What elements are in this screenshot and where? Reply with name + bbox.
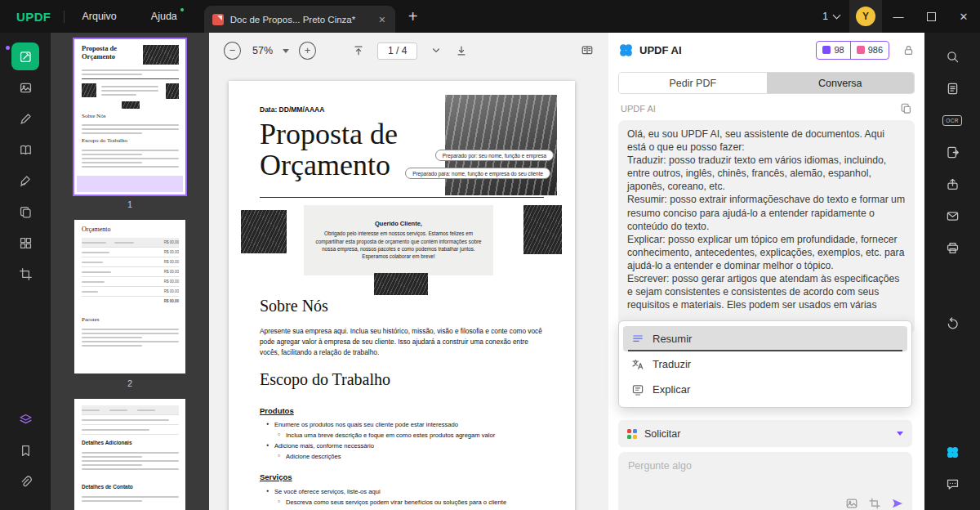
ai-prompt-input[interactable]	[626, 459, 907, 486]
reader-mode-icon[interactable]	[581, 44, 594, 57]
window-selector-dropdown[interactable]: 1	[813, 11, 849, 22]
credit-segment-1: 98	[817, 42, 849, 59]
page-number-1: 1	[127, 195, 132, 220]
ocr-button[interactable]: OCR	[938, 106, 966, 134]
account-avatar[interactable]: Y	[849, 0, 882, 33]
titlebar-right: 1 Y — ✕	[813, 0, 980, 33]
credit-page-icon	[822, 46, 831, 54]
close-tab-icon[interactable]: ×	[377, 14, 387, 25]
summarize-icon	[631, 333, 644, 346]
products-heading: Produtos	[260, 406, 294, 415]
attachment-tool-button[interactable]	[11, 468, 39, 495]
doc-date: Data: DD/MM/AAAA	[260, 105, 324, 114]
close-window-button[interactable]: ✕	[947, 0, 980, 33]
history-button[interactable]	[938, 310, 966, 338]
copy-icon[interactable]	[900, 102, 912, 114]
menu-ajuda[interactable]: Ajuda	[134, 0, 194, 33]
menu-item-label: Explicar	[653, 383, 690, 396]
crop-icon	[19, 267, 33, 281]
organize-pages-button[interactable]	[11, 229, 39, 257]
ocr-icon: OCR	[942, 115, 961, 126]
greeting: Querido Cliente,	[375, 220, 422, 227]
thumbnail-page-1[interactable]: Proposta de Orçamento Sobre Nós Escopo d…	[74, 39, 185, 195]
scroll-to-bottom-icon[interactable]	[455, 44, 468, 57]
thumbnail-page-2[interactable]: Orçamento R$ 00,00 R$ 00,00 R$ 00,00 R$ …	[74, 220, 185, 374]
reader-tool-button[interactable]	[11, 136, 39, 163]
ai-action-menu: Resumir Traduzir Explicar	[618, 320, 912, 408]
maximize-icon	[927, 12, 936, 21]
pages-tool-button[interactable]	[11, 198, 39, 226]
solicitar-label: Solicitar	[644, 428, 680, 440]
paperclip-icon	[19, 475, 33, 489]
tab-pedir-pdf[interactable]: Pedir PDF	[619, 73, 767, 93]
annotate-tool-button[interactable]	[11, 42, 39, 70]
tab-conversa[interactable]: Conversa	[767, 73, 915, 93]
pdf-page[interactable]: Data: DD/MM/AAAA Proposta de Orçamento P…	[229, 81, 575, 510]
solicitar-bar[interactable]: Solicitar	[618, 420, 912, 447]
sender-label: UPDF AI	[621, 104, 656, 114]
bullet-item: Adicione mais, conforme necessário	[266, 441, 552, 451]
page-indicator[interactable]: 1 / 4	[377, 42, 417, 60]
document-viewer: − 57% + 1 / 4 Data: DD/MM/AAAA Proposta …	[209, 33, 608, 510]
mail-button[interactable]	[938, 202, 966, 230]
updf-ai-button[interactable]	[938, 438, 966, 466]
edit-text-tool-button[interactable]	[11, 105, 39, 132]
send-icon[interactable]	[891, 497, 904, 510]
updf-ai-logo-icon	[618, 42, 634, 58]
bullet-item: Enumere os produtos nos quais seu client…	[266, 420, 552, 430]
share-button[interactable]	[938, 170, 966, 198]
solicitar-dropdown-icon[interactable]	[897, 432, 903, 436]
next-page-icon[interactable]	[430, 44, 443, 57]
viewer-toolbar: − 57% + 1 / 4	[209, 33, 608, 69]
menu-item-traduzir[interactable]: Traduzir	[623, 351, 907, 377]
credits-badge[interactable]: 98 986	[816, 41, 889, 60]
crop-tool-button[interactable]	[11, 260, 39, 288]
apps-grid-icon	[627, 429, 637, 439]
menu-ajuda-label: Ajuda	[151, 11, 177, 22]
bookmark-tool-button[interactable]	[11, 436, 39, 464]
document-scan-icon	[946, 82, 960, 96]
menu-arquivo[interactable]: Arquivo	[65, 0, 133, 33]
photo-bottom	[374, 273, 428, 295]
attach-image-icon[interactable]	[845, 497, 858, 510]
sign-tool-button[interactable]	[11, 167, 39, 195]
zoom-dropdown-icon[interactable]	[283, 49, 289, 53]
selection-highlight	[77, 176, 183, 192]
services-heading: Serviços	[260, 472, 292, 481]
lock-icon[interactable]	[902, 44, 915, 56]
document-tab[interactable]: Doc de Propos... Preto Cinza* ×	[204, 6, 395, 33]
screenshot-icon[interactable]	[868, 497, 881, 510]
menu-item-explicar[interactable]: Explicar	[623, 377, 907, 402]
menu-item-label: Resumir	[653, 333, 692, 345]
scroll-to-top-icon[interactable]	[352, 44, 365, 57]
bullet-item: Inclua uma breve descrição e foque em co…	[278, 431, 552, 441]
pdf-file-icon	[212, 14, 224, 25]
text-recognition-button[interactable]	[938, 74, 966, 102]
search-button[interactable]	[938, 42, 966, 70]
notification-dot	[6, 46, 10, 50]
layers-tool-button[interactable]	[11, 405, 39, 433]
zoom-in-button[interactable]: +	[299, 42, 316, 60]
minimize-button[interactable]: —	[882, 0, 915, 33]
intro-section: Querido Cliente, Obrigado pelo interesse…	[240, 205, 564, 297]
update-notification-dot	[180, 8, 184, 11]
ai-panel-title: UPDF AI	[639, 44, 682, 56]
page-number-2: 2	[127, 374, 132, 399]
ai-panel-header: UPDF AI 98 986	[608, 33, 924, 67]
feedback-button[interactable]	[938, 470, 966, 498]
menu-item-resumir[interactable]: Resumir	[623, 326, 907, 351]
credit-value-1: 98	[834, 45, 844, 55]
zoom-level[interactable]: 57%	[252, 45, 273, 56]
layers-icon	[19, 413, 33, 427]
zoom-out-button[interactable]: −	[224, 42, 241, 60]
thumbnail-page-3[interactable]: Detalhes Adicionais Detalhes de Contato	[74, 399, 185, 510]
print-button[interactable]	[938, 234, 966, 262]
ai-tabs: Pedir PDF Conversa	[618, 72, 915, 94]
message-sender-row: UPDF AI	[608, 94, 924, 119]
page-thumbnails-panel: Proposta de Orçamento Sobre Nós Escopo d…	[51, 33, 209, 510]
image-tool-button[interactable]	[11, 74, 39, 101]
maximize-button[interactable]	[915, 0, 947, 33]
new-tab-button[interactable]: +	[408, 8, 418, 25]
explain-icon	[631, 383, 644, 396]
export-pdf-button[interactable]	[938, 138, 966, 166]
